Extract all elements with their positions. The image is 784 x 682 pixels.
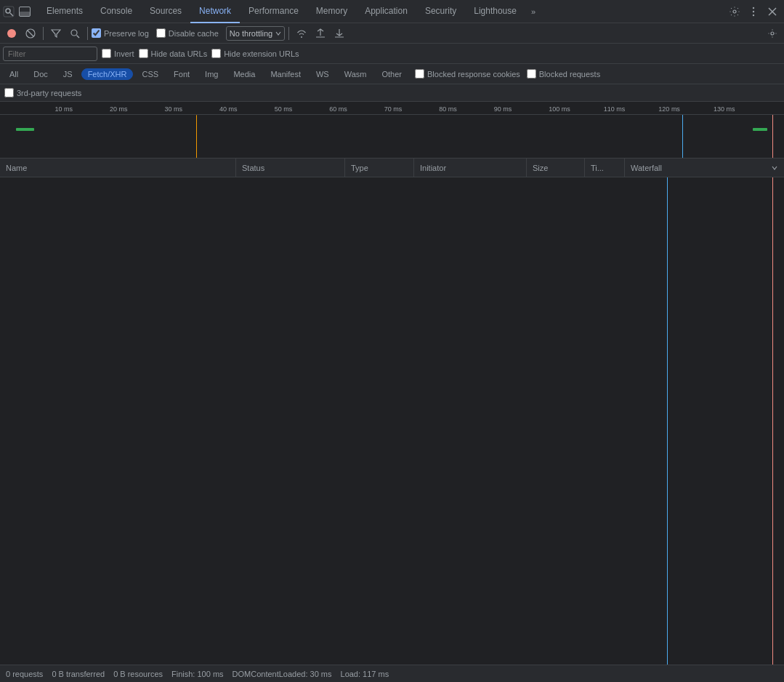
- type-filters: All Doc JS Fetch/XHR CSS Font Img Media …: [0, 64, 784, 84]
- status-resources: 0 B resources: [113, 670, 163, 678]
- svg-point-11: [7, 29, 16, 38]
- type-btn-wasm[interactable]: Wasm: [338, 68, 373, 80]
- waterfall-bar-1: [16, 128, 34, 131]
- type-btn-ws[interactable]: WS: [310, 68, 336, 80]
- status-domcontent: DOMContentLoaded: 30 ms: [233, 670, 332, 678]
- sort-icon: [771, 164, 778, 172]
- toolbar-separator-2: [87, 27, 88, 40]
- type-btn-js[interactable]: JS: [57, 68, 79, 80]
- tab-network[interactable]: Network: [190, 0, 240, 23]
- tab-performance[interactable]: Performance: [240, 0, 307, 23]
- timeline-ruler: 10 ms 20 ms 30 ms 40 ms 50 ms 60 ms 70 m…: [0, 102, 784, 115]
- waterfall-orange-line: [196, 115, 197, 159]
- search-button[interactable]: [66, 25, 84, 42]
- hide-extension-urls-checkbox[interactable]: [211, 49, 221, 58]
- third-party-label[interactable]: 3rd-party requests: [4, 88, 81, 97]
- tab-console[interactable]: Console: [92, 0, 141, 23]
- type-btn-other[interactable]: Other: [375, 68, 408, 80]
- svg-point-5: [733, 10, 736, 13]
- tab-security[interactable]: Security: [416, 0, 465, 23]
- throttle-select[interactable]: No throttling: [226, 26, 285, 41]
- record-button[interactable]: [3, 25, 20, 42]
- dock-icon[interactable]: [17, 4, 32, 19]
- blocked-requests-label[interactable]: Blocked requests: [527, 69, 600, 79]
- tab-elements[interactable]: Elements: [38, 0, 92, 23]
- tab-sources[interactable]: Sources: [141, 0, 190, 23]
- third-party-checkbox[interactable]: [4, 88, 14, 97]
- type-btn-font[interactable]: Font: [167, 68, 196, 80]
- invert-checkbox[interactable]: [102, 49, 111, 58]
- invert-label[interactable]: Invert: [102, 49, 134, 58]
- hide-data-urls-label[interactable]: Hide data URLs: [139, 49, 208, 58]
- preserve-log-label[interactable]: Preserve log: [92, 28, 149, 38]
- timeline-red-line: [772, 115, 773, 158]
- network-toolbar: Preserve log Disable cache No throttling: [0, 23, 784, 44]
- ruler-tick-70: 70 ms: [384, 105, 403, 114]
- th-waterfall[interactable]: Waterfall: [625, 159, 784, 177]
- blocked-cookies-checkbox[interactable]: [415, 69, 424, 79]
- ruler-tick-30: 30 ms: [165, 105, 183, 114]
- blocked-cookies-label[interactable]: Blocked response cookies: [415, 69, 520, 79]
- type-btn-fetch-xhr[interactable]: Fetch/XHR: [81, 68, 134, 80]
- settings-button[interactable]: [726, 3, 743, 20]
- timeline-blue-line: [682, 115, 683, 158]
- clear-button[interactable]: [22, 25, 39, 42]
- tab-actions: [726, 3, 781, 20]
- hide-extension-urls-label[interactable]: Hide extension URLs: [211, 49, 299, 58]
- network-settings-button[interactable]: [764, 25, 781, 42]
- timeline-waterfall: [0, 115, 784, 159]
- svg-line-1: [10, 13, 13, 16]
- type-btn-doc[interactable]: Doc: [27, 68, 54, 80]
- svg-rect-4: [20, 12, 30, 16]
- hide-data-urls-checkbox[interactable]: [139, 49, 148, 58]
- ruler-tick-90: 90 ms: [494, 105, 512, 114]
- filter-button[interactable]: [47, 25, 65, 42]
- svg-point-8: [753, 14, 754, 15]
- type-btn-media[interactable]: Media: [227, 68, 262, 80]
- blocked-requests-checkbox[interactable]: [527, 69, 536, 79]
- svg-point-14: [71, 30, 77, 36]
- filter-row: Invert Hide data URLs Hide extension URL…: [0, 44, 784, 64]
- th-size[interactable]: Size: [527, 159, 585, 177]
- ruler-tick-40: 40 ms: [219, 105, 238, 114]
- tab-more-button[interactable]: »: [525, 0, 541, 23]
- ruler-tick-120: 120 ms: [658, 105, 680, 114]
- toolbar-separator-1: [43, 27, 44, 40]
- preserve-log-checkbox[interactable]: [92, 28, 101, 38]
- close-button[interactable]: [764, 3, 781, 20]
- disable-cache-label[interactable]: Disable cache: [156, 28, 219, 38]
- wifi-icon[interactable]: [293, 25, 310, 42]
- download-icon[interactable]: [331, 25, 348, 42]
- tab-memory[interactable]: Memory: [307, 0, 356, 23]
- type-btn-manifest[interactable]: Manifest: [264, 68, 307, 80]
- th-time[interactable]: Ti...: [585, 159, 625, 177]
- type-btn-css[interactable]: CSS: [135, 68, 165, 80]
- svg-line-13: [28, 31, 33, 36]
- type-btn-img[interactable]: Img: [198, 68, 225, 80]
- th-name[interactable]: Name: [0, 159, 236, 177]
- filter-input[interactable]: [3, 47, 97, 61]
- upload-icon[interactable]: [312, 25, 329, 42]
- table-body[interactable]: [0, 177, 784, 665]
- status-finish: Finish: 100 ms: [171, 670, 224, 678]
- more-options-button[interactable]: [745, 3, 762, 20]
- th-type[interactable]: Type: [345, 159, 414, 177]
- ruler-tick-130: 130 ms: [714, 105, 735, 114]
- table-header: Name Status Type Initiator Size Ti... Wa…: [0, 159, 784, 177]
- th-status[interactable]: Status: [236, 159, 345, 177]
- ruler-tick-50: 50 ms: [275, 105, 293, 114]
- ruler-tick-20: 20 ms: [110, 105, 128, 114]
- ruler-tick-80: 80 ms: [439, 105, 457, 114]
- tab-application[interactable]: Application: [356, 0, 416, 23]
- type-btn-all[interactable]: All: [3, 68, 25, 80]
- toolbar-separator-3: [288, 27, 289, 40]
- status-transferred: 0 B transferred: [52, 670, 105, 678]
- status-load: Load: 117 ms: [341, 670, 389, 678]
- svg-point-16: [771, 32, 774, 35]
- waterfall-blue-line: [667, 177, 668, 665]
- th-initiator[interactable]: Initiator: [414, 159, 527, 177]
- ruler-tick-110: 110 ms: [604, 105, 626, 114]
- tab-lighthouse[interactable]: Lighthouse: [465, 0, 525, 23]
- svg-line-15: [77, 35, 80, 38]
- disable-cache-checkbox[interactable]: [156, 28, 166, 38]
